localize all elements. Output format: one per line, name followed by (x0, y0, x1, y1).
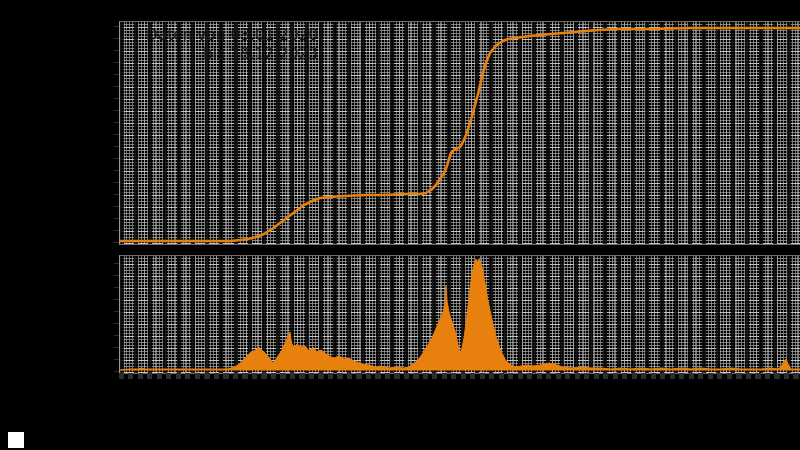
corner-logo-square (8, 432, 24, 448)
chart-title-line2: bis 18.12.2023 (203, 45, 318, 63)
daily-chart-panel (119, 255, 800, 374)
daily-area-svg (120, 256, 800, 373)
chart-figure: Daten von 03.01.2020 bis 18.12.2023 (0, 0, 800, 450)
y-axis-ticks-top (114, 21, 119, 243)
daily-area (120, 259, 800, 370)
chart-title-line1: Daten von 03.01.2020 (146, 26, 318, 44)
x-axis-tick-labels (119, 373, 800, 379)
y-axis-ticks-bottom (114, 255, 119, 372)
